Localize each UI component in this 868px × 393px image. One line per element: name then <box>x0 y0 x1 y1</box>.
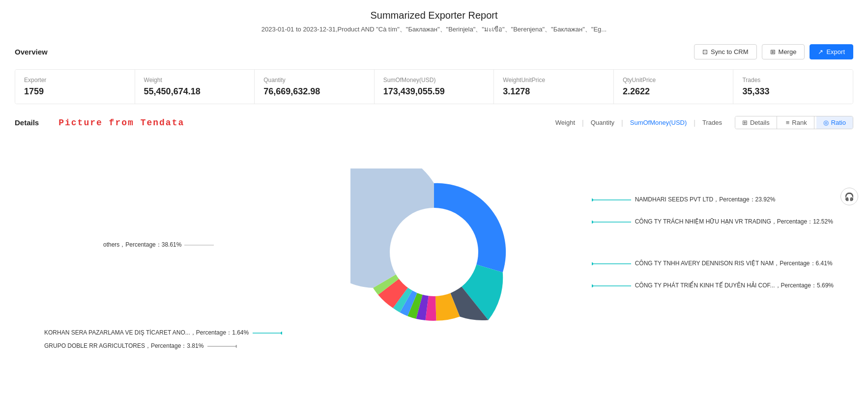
stat-value: 35,333 <box>742 86 844 97</box>
legend-vr-trading: CÔNG TY TRÁCH NHIỆM HỮU HẠN VR TRADING，P… <box>592 218 834 226</box>
details-controls: Weight | Quantity | SumOfMoney(USD) | Tr… <box>550 116 853 129</box>
details-header: Details Picture from Tendata Weight | Qu… <box>15 116 853 129</box>
stat-value: 3.1278 <box>503 86 605 97</box>
report-subtitle: 2023-01-01 to 2023-12-31,Product AND "Cà… <box>15 24 853 34</box>
stat-label: SumOfMoney(USD) <box>383 77 485 84</box>
rank-icon: ≡ <box>786 119 790 126</box>
svg-point-1 <box>390 208 478 296</box>
headset-icon: 🎧 <box>844 192 854 201</box>
legend-others-label: others，Percentage：38.61% <box>103 241 181 249</box>
metric-tab-quantity[interactable]: Quantity <box>586 117 619 128</box>
details-title: Details <box>15 118 39 127</box>
stat-item: WeightUnitPrice 3.1278 <box>494 70 614 104</box>
page: Summarized Exporter Report 2023-01-01 to… <box>0 0 868 393</box>
stat-label: QtyUnitPrice <box>623 77 724 84</box>
metric-tab-trades[interactable]: Trades <box>697 117 727 128</box>
metric-tab-weight[interactable]: Weight <box>550 117 580 128</box>
legend-duyen-hai: CÔNG TY PHÁT TRIỂN KINH TẾ DUYÊN HẢI COF… <box>592 281 834 290</box>
ratio-icon: ◎ <box>823 119 829 126</box>
stats-row: Exporter 1759 Weight 55,450,674.18 Quant… <box>15 69 853 104</box>
svg-point-9 <box>592 284 593 287</box>
sync-icon: ⊡ <box>702 48 708 56</box>
view-tab-details[interactable]: ⊞ Details <box>735 116 777 129</box>
donut-svg <box>350 168 518 336</box>
view-tabs: ⊞ Details ≡ Rank ◎ Ratio <box>735 116 853 129</box>
stat-label: WeightUnitPrice <box>503 77 605 84</box>
bottom-left-legend: KORHAN SERA PAZARLAMA VE DIŞ TİCARET ANO… <box>44 329 282 350</box>
watermark: Picture from Tendata <box>58 118 184 128</box>
metric-tabs: Weight | Quantity | SumOfMoney(USD) | Tr… <box>550 117 727 128</box>
sync-crm-button[interactable]: ⊡ Sync to CRM <box>694 44 757 59</box>
legend-grupo-doble: GRUPO DOBLE RR AGRICULTORES，Percentage：3… <box>44 342 282 350</box>
export-button[interactable]: ↗ Export <box>810 44 853 59</box>
stat-item: Weight 55,450,674.18 <box>135 70 255 104</box>
stat-item: SumOfMoney(USD) 173,439,055.59 <box>375 70 494 104</box>
stat-value: 173,439,055.59 <box>383 86 485 97</box>
svg-point-3 <box>592 198 593 201</box>
stat-item: Quantity 76,669,632.98 <box>255 70 375 104</box>
stat-value: 55,450,674.18 <box>144 86 246 97</box>
donut-chart <box>350 168 518 336</box>
view-tab-ratio[interactable]: ◎ Ratio <box>816 116 853 129</box>
stat-item: Exporter 1759 <box>15 70 135 104</box>
legend-namdhari: NAMDHARI SEEDS PVT LTD，Percentage：23.92% <box>592 196 834 204</box>
details-section: Details Picture from Tendata Weight | Qu… <box>15 116 853 365</box>
stat-value: 1759 <box>24 86 126 97</box>
details-grid-icon: ⊞ <box>742 119 748 126</box>
stat-value: 2.2622 <box>623 86 724 97</box>
merge-icon: ⊞ <box>770 48 776 56</box>
chart-area: others，Percentage：38.61% <box>15 139 853 365</box>
stat-label: Quantity <box>263 77 365 84</box>
svg-point-11 <box>281 332 282 335</box>
merge-button[interactable]: ⊞ Merge <box>762 44 805 59</box>
support-icon[interactable]: 🎧 <box>840 188 858 205</box>
toolbar-actions: ⊡ Sync to CRM ⊞ Merge ↗ Export <box>694 44 853 59</box>
metric-tab-sumofmoney[interactable]: SumOfMoney(USD) <box>625 117 692 128</box>
legend-others: others，Percentage：38.61% <box>103 241 214 249</box>
view-tab-rank[interactable]: ≡ Rank <box>779 116 814 129</box>
legend-korhan: KORHAN SERA PAZARLAMA VE DIŞ TİCARET ANO… <box>44 329 282 337</box>
svg-point-7 <box>592 262 593 265</box>
stat-item: QtyUnitPrice 2.2622 <box>614 70 734 104</box>
svg-point-5 <box>592 221 593 224</box>
overview-label: Overview <box>15 48 48 56</box>
stat-label: Exporter <box>24 77 126 84</box>
stat-label: Trades <box>742 77 844 84</box>
svg-point-13 <box>235 345 237 348</box>
legend-avery: CÔNG TY TNHH AVERY DENNISON RIS VIỆT NAM… <box>592 259 834 268</box>
report-title: Summarized Exporter Report <box>15 10 853 21</box>
toolbar: Overview ⊡ Sync to CRM ⊞ Merge ↗ Export <box>15 44 853 59</box>
stat-value: 76,669,632.98 <box>263 86 365 97</box>
right-legend: NAMDHARI SEEDS PVT LTD，Percentage：23.92%… <box>592 196 834 290</box>
export-icon: ↗ <box>818 48 823 56</box>
stat-label: Weight <box>144 77 246 84</box>
stat-item: Trades 35,333 <box>733 70 853 104</box>
report-header: Summarized Exporter Report 2023-01-01 to… <box>15 10 853 34</box>
